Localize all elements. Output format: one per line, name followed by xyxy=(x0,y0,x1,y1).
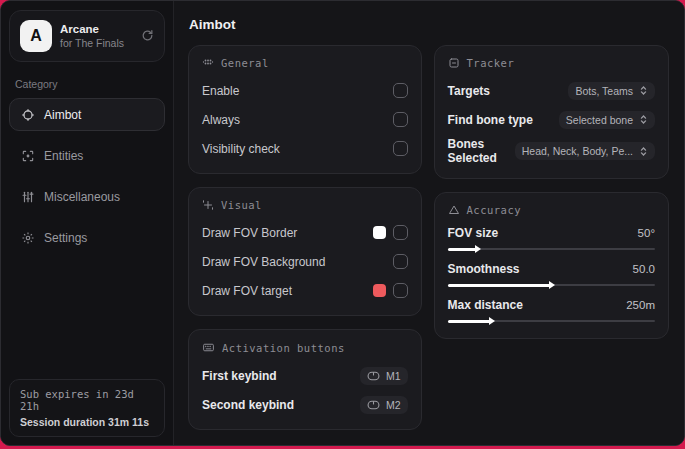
chevron-up-down-icon xyxy=(639,85,648,96)
slider-label: FOV size xyxy=(448,226,499,240)
max-distance-slider-row: Max distance 250m xyxy=(448,298,655,325)
second-keybind-button[interactable]: M2 xyxy=(360,396,408,414)
sidebar-item-label: Miscellaneous xyxy=(44,190,120,204)
card-title: General xyxy=(221,57,269,69)
setting-label: Always xyxy=(202,113,240,127)
fov-size-slider-row: FOV size 50° xyxy=(448,226,655,253)
enable-checkbox[interactable] xyxy=(393,83,408,98)
select-value: Selected bone xyxy=(566,114,633,126)
draw-fov-background-checkbox[interactable] xyxy=(393,254,408,269)
first-keybind-button[interactable]: M1 xyxy=(360,367,408,385)
setting-row: Draw FOV target xyxy=(202,279,408,302)
setting-row: First keybind M1 xyxy=(202,364,408,387)
card-title: Activation buttons xyxy=(222,342,345,354)
setting-row: Second keybind M2 xyxy=(202,393,408,416)
eye-icon xyxy=(202,199,214,211)
gear-icon xyxy=(20,230,35,245)
slider-value: 250m xyxy=(626,299,655,311)
setting-label: Second keybind xyxy=(202,398,294,412)
find-bone-type-select[interactable]: Selected bone xyxy=(559,111,655,129)
setting-label: Enable xyxy=(202,84,239,98)
keyboard-icon xyxy=(202,341,215,354)
sidebar-item-miscellaneous[interactable]: Miscellaneous xyxy=(9,180,165,213)
setting-label: Draw FOV Background xyxy=(202,255,325,269)
fov-target-color-swatch[interactable] xyxy=(373,284,386,297)
card-title: Visual xyxy=(221,199,262,211)
sidebar: A Arcane for The Finals Category Aimbot xyxy=(1,1,174,445)
tracker-card: Tracker Targets Bots, Teams Find bone ty… xyxy=(434,45,669,179)
draw-fov-target-checkbox[interactable] xyxy=(393,283,408,298)
setting-row: Find bone type Selected bone xyxy=(448,108,655,131)
keybind-value: M1 xyxy=(386,370,401,382)
app-name: Arcane xyxy=(60,23,133,35)
smoothness-slider-row: Smoothness 50.0 xyxy=(448,262,655,289)
category-label: Category xyxy=(15,78,159,90)
sidebar-nav: Aimbot Entities Miscellaneous Settings xyxy=(1,98,173,254)
mouse-icon xyxy=(367,371,380,381)
triangle-icon xyxy=(448,204,460,216)
sub-expiry-text: Sub expires in 23d 21h xyxy=(20,388,154,412)
max-distance-slider[interactable] xyxy=(448,317,655,325)
slider-handle[interactable] xyxy=(489,317,495,325)
card-title: Tracker xyxy=(467,57,515,69)
slider-handle[interactable] xyxy=(549,281,555,289)
crosshair-icon xyxy=(20,107,35,122)
app-window: A Arcane for The Finals Category Aimbot xyxy=(0,0,685,446)
setting-row: Bones Selected Head, Neck, Body, Pe... xyxy=(448,137,655,165)
app-subtitle: for The Finals xyxy=(60,37,133,49)
chevron-up-down-icon xyxy=(639,114,648,125)
mouse-icon xyxy=(367,400,380,410)
session-duration-text: Session duration 31m 11s xyxy=(20,416,154,428)
refresh-icon[interactable] xyxy=(141,29,154,44)
sidebar-item-label: Entities xyxy=(44,149,83,163)
activation-card: Activation buttons First keybind M1 Seco… xyxy=(188,329,422,430)
select-value: Bots, Teams xyxy=(575,85,633,97)
visual-card: Visual Draw FOV Border Draw FOV Backgrou… xyxy=(188,187,422,316)
sidebar-item-settings[interactable]: Settings xyxy=(9,221,165,254)
setting-label: Find bone type xyxy=(448,113,533,127)
sidebar-item-aimbot[interactable]: Aimbot xyxy=(9,98,165,131)
setting-label: Draw FOV target xyxy=(202,284,292,298)
setting-row: Enable xyxy=(202,79,408,102)
setting-label: Draw FOV Border xyxy=(202,226,297,240)
setting-row: Always xyxy=(202,108,408,131)
app-logo: A xyxy=(20,20,52,52)
setting-row: Targets Bots, Teams xyxy=(448,79,655,102)
setting-label: Targets xyxy=(448,84,490,98)
setting-label: Bones Selected xyxy=(448,137,515,165)
general-card: General Enable Always Visibility check xyxy=(188,45,422,174)
draw-fov-border-checkbox[interactable] xyxy=(393,225,408,240)
sidebar-item-label: Aimbot xyxy=(44,108,81,122)
slider-label: Smoothness xyxy=(448,262,520,276)
main-content: Aimbot General Enable Alw xyxy=(174,1,684,445)
targets-select[interactable]: Bots, Teams xyxy=(568,82,655,100)
setting-row: Visibility check xyxy=(202,137,408,160)
sliders-icon xyxy=(20,189,35,204)
fov-size-slider[interactable] xyxy=(448,245,655,253)
sidebar-item-label: Settings xyxy=(44,231,87,245)
setting-label: First keybind xyxy=(202,369,277,383)
slider-value: 50° xyxy=(638,227,655,239)
select-value: Head, Neck, Body, Pe... xyxy=(522,145,633,157)
subscription-card: Sub expires in 23d 21h Session duration … xyxy=(9,379,165,437)
slider-value: 50.0 xyxy=(633,263,655,275)
grid-icon xyxy=(202,57,214,69)
sidebar-item-entities[interactable]: Entities xyxy=(9,139,165,172)
smoothness-slider[interactable] xyxy=(448,281,655,289)
setting-label: Visibility check xyxy=(202,142,280,156)
setting-row: Draw FOV Border xyxy=(202,221,408,244)
bones-selected-select[interactable]: Head, Neck, Body, Pe... xyxy=(515,142,655,160)
visibility-check-checkbox[interactable] xyxy=(393,141,408,156)
keybind-value: M2 xyxy=(386,399,401,411)
scan-icon xyxy=(448,57,460,69)
card-title: Accuracy xyxy=(467,204,522,216)
setting-row: Draw FOV Background xyxy=(202,250,408,273)
always-checkbox[interactable] xyxy=(393,112,408,127)
entities-icon xyxy=(20,148,35,163)
slider-label: Max distance xyxy=(448,298,523,312)
page-title: Aimbot xyxy=(189,17,669,32)
fov-border-color-swatch[interactable] xyxy=(373,226,386,239)
chevron-up-down-icon xyxy=(639,146,648,157)
slider-handle[interactable] xyxy=(475,245,481,253)
brand-card: A Arcane for The Finals xyxy=(9,10,165,62)
